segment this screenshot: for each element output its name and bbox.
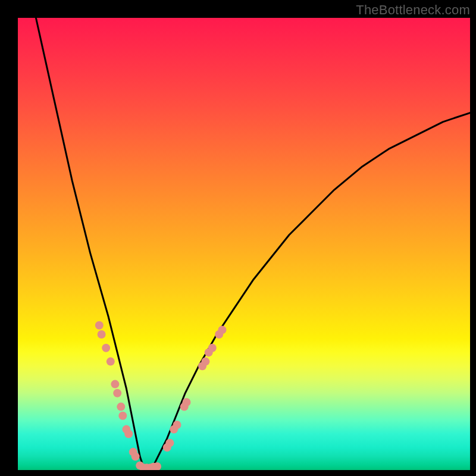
data-dot <box>98 330 106 339</box>
data-dot <box>113 389 121 397</box>
data-dot <box>131 452 140 461</box>
data-dot <box>107 358 115 366</box>
data-dot <box>165 439 174 447</box>
data-dot <box>118 412 127 420</box>
data-dot <box>102 344 110 352</box>
chart-plot-area <box>18 18 470 470</box>
chart-svg-layer <box>18 18 470 470</box>
data-dot <box>218 325 227 334</box>
bottleneck-curve <box>36 18 470 470</box>
data-dot <box>173 421 181 429</box>
watermark-text: TheBottleneck.com <box>356 2 470 18</box>
data-dot <box>111 380 119 389</box>
data-dot <box>183 398 191 406</box>
data-dot <box>117 403 125 411</box>
data-dot <box>201 358 209 366</box>
data-dot <box>208 344 217 352</box>
data-dot <box>95 321 104 330</box>
data-dot <box>124 430 133 438</box>
